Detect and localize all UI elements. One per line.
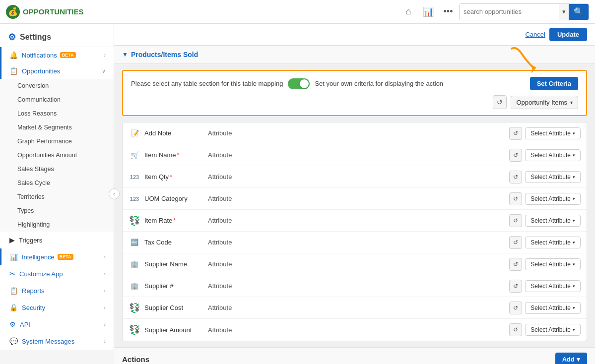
notifications-label: Notifications: [22, 52, 57, 59]
item-name-attr-label: Select Attribute: [530, 152, 571, 159]
supplier-hash-attr-arrow: ▾: [573, 284, 575, 289]
add-note-name: Add Note: [144, 129, 204, 137]
more-button[interactable]: •••: [439, 3, 457, 21]
supplier-cost-attr-dropdown[interactable]: Select Attribute ▾: [525, 302, 581, 314]
add-note-type: Attribute: [208, 129, 505, 137]
supplier-name-attr-arrow: ▾: [573, 262, 575, 267]
supplier-cost-type: Attribute: [208, 304, 505, 311]
search-input[interactable]: [460, 4, 559, 20]
sidebar-item-api[interactable]: ⚙ API ›: [0, 316, 114, 333]
supplier-amount-attr-dropdown[interactable]: Select Attribute ▾: [525, 324, 581, 336]
sidebar-sub-item-graph-performance[interactable]: Graph Performance: [0, 134, 114, 148]
sidebar-collapse-button[interactable]: ‹: [109, 188, 120, 199]
sidebar-sub-item-opportunities-amount[interactable]: Opportunities Amount: [0, 148, 114, 162]
criteria-bottom-row: ↺ Opportunity Items ▾: [131, 95, 578, 109]
sidebar-item-opportunities[interactable]: 📋 Opportunities ∨: [0, 63, 114, 79]
api-label: API: [20, 321, 30, 328]
sidebar-item-customize-app[interactable]: ✂ Customize App ›: [0, 265, 114, 282]
tax-code-attr-dropdown[interactable]: Select Attribute ▾: [525, 237, 581, 248]
supplier-name-reset-button[interactable]: ↺: [509, 258, 522, 271]
api-arrow: ›: [104, 321, 106, 327]
intelligence-beta-badge: BETA: [58, 254, 73, 260]
sidebar-sub-item-market-segments[interactable]: Market & Segments: [0, 121, 114, 134]
sidebar-sub-item-territories[interactable]: Territories: [0, 190, 114, 204]
supplier-name-name: Supplier Name: [144, 260, 204, 268]
supplier-amount-icon: 💱: [129, 324, 140, 336]
top-nav: 💰 OPPORTUNITIES ⌂ 📊 ••• ▾ 🔍: [0, 0, 595, 24]
main-content: Cancel Update ▼ Products/Items Sold Plea…: [114, 24, 595, 364]
security-icon: 🔒: [9, 303, 18, 311]
supplier-cost-reset-button[interactable]: ↺: [509, 302, 522, 314]
svg-marker-0: [531, 65, 536, 73]
gear-icon: ⚙: [8, 32, 16, 43]
supplier-hash-reset-button[interactable]: ↺: [509, 280, 522, 293]
cancel-button[interactable]: Cancel: [525, 31, 545, 38]
uom-category-attr-dropdown[interactable]: Select Attribute ▾: [525, 193, 581, 205]
system-messages-icon: 💬: [9, 337, 18, 345]
sidebar-sub-item-sales-stages[interactable]: Sales Stages: [0, 162, 114, 176]
supplier-amount-attr-label: Select Attribute: [530, 326, 571, 333]
sidebar-item-security[interactable]: 🔒 Security ›: [0, 299, 114, 316]
sidebar-item-reports[interactable]: 📋 Reports ›: [0, 282, 114, 299]
sidebar-sub-item-highlighting[interactable]: Highlighting: [0, 218, 114, 232]
table-row: 💱 Supplier Amount Attribute ↺ Select Att…: [123, 319, 587, 341]
sidebar-item-system-messages[interactable]: 💬 System Messages ›: [0, 333, 114, 350]
set-criteria-button[interactable]: Set Criteria: [530, 77, 578, 90]
sidebar-sub-items: Conversion Communication Loss Reasons Ma…: [0, 79, 114, 232]
supplier-name-actions: ↺ Select Attribute ▾: [509, 258, 581, 271]
criteria-row: Please select any table section for this…: [131, 77, 578, 90]
item-name-type: Attribute: [208, 151, 505, 159]
sidebar-sub-item-communication[interactable]: Communication: [0, 93, 114, 107]
supplier-hash-icon: 🏢: [129, 280, 140, 292]
update-button[interactable]: Update: [549, 28, 587, 41]
sidebar-item-triggers[interactable]: ▶ Triggers: [0, 232, 114, 248]
tax-code-reset-button[interactable]: ↺: [509, 236, 522, 249]
supplier-hash-attr-dropdown[interactable]: Select Attribute ▾: [525, 280, 581, 292]
item-qty-reset-button[interactable]: ↺: [509, 171, 522, 183]
opportunity-items-dropdown[interactable]: Opportunity Items ▾: [511, 96, 578, 109]
sidebar-item-notifications[interactable]: 🔔 Notifications BETA ›: [0, 47, 114, 63]
tax-code-type: Attribute: [208, 239, 505, 246]
tax-code-actions: ↺ Select Attribute ▾: [509, 236, 581, 249]
add-note-attr-label: Select Attribute: [530, 130, 571, 137]
system-messages-arrow: ›: [104, 338, 106, 344]
item-name-reset-button[interactable]: ↺: [509, 149, 522, 162]
opportunities-icon: 📋: [9, 67, 18, 75]
item-rate-type: Attribute: [208, 217, 505, 224]
search-submit-button[interactable]: 🔍: [569, 4, 589, 20]
supplier-name-attr-label: Select Attribute: [530, 261, 571, 268]
section-header: ▼ Products/Items Sold: [114, 46, 595, 64]
uom-category-reset-button[interactable]: ↺: [509, 192, 522, 205]
item-rate-attr-dropdown[interactable]: Select Attribute ▾: [525, 215, 581, 227]
uom-category-actions: ↺ Select Attribute ▾: [509, 192, 581, 205]
add-note-attr-dropdown[interactable]: Select Attribute ▾: [525, 127, 581, 139]
search-dropdown-button[interactable]: ▾: [559, 4, 569, 20]
sidebar-sub-item-conversion[interactable]: Conversion: [0, 79, 114, 93]
uom-category-icon: 123: [129, 193, 140, 205]
add-button[interactable]: Add ▾: [555, 353, 587, 364]
home-button[interactable]: ⌂: [399, 3, 417, 21]
supplier-name-attr-dropdown[interactable]: Select Attribute ▾: [525, 258, 581, 270]
supplier-cost-icon: 💱: [129, 302, 140, 314]
item-name-attr-dropdown[interactable]: Select Attribute ▾: [525, 149, 581, 161]
supplier-cost-name: Supplier Cost: [144, 304, 204, 311]
supplier-amount-attr-arrow: ▾: [573, 327, 575, 332]
criteria-toggle[interactable]: [288, 78, 310, 89]
sidebar-sub-item-types[interactable]: Types: [0, 204, 114, 218]
tax-code-name: Tax Code: [144, 239, 204, 246]
customize-label: Customize App: [19, 270, 63, 278]
item-qty-attr-dropdown[interactable]: Select Attribute ▾: [525, 171, 581, 183]
chart-button[interactable]: 📊: [419, 3, 437, 21]
add-note-icon: 📝: [129, 127, 140, 139]
criteria-reset-button[interactable]: ↺: [493, 95, 507, 109]
main-layout: ⚙ Settings 🔔 Notifications BETA › 📋 Oppo…: [0, 24, 595, 364]
sidebar-sub-item-loss-reasons[interactable]: Loss Reasons: [0, 107, 114, 121]
item-qty-required: *: [170, 174, 172, 181]
intelligence-label: Intelligence: [22, 253, 55, 261]
sidebar-sub-item-sales-cycle[interactable]: Sales Cycle: [0, 176, 114, 190]
add-note-reset-button[interactable]: ↺: [509, 127, 522, 140]
sidebar-item-intelligence[interactable]: 📊 Intelligence BETA ›: [0, 248, 114, 265]
actions-footer: Actions Add ▾: [114, 347, 595, 364]
supplier-amount-reset-button[interactable]: ↺: [509, 323, 522, 336]
item-rate-reset-button[interactable]: ↺: [509, 214, 522, 227]
